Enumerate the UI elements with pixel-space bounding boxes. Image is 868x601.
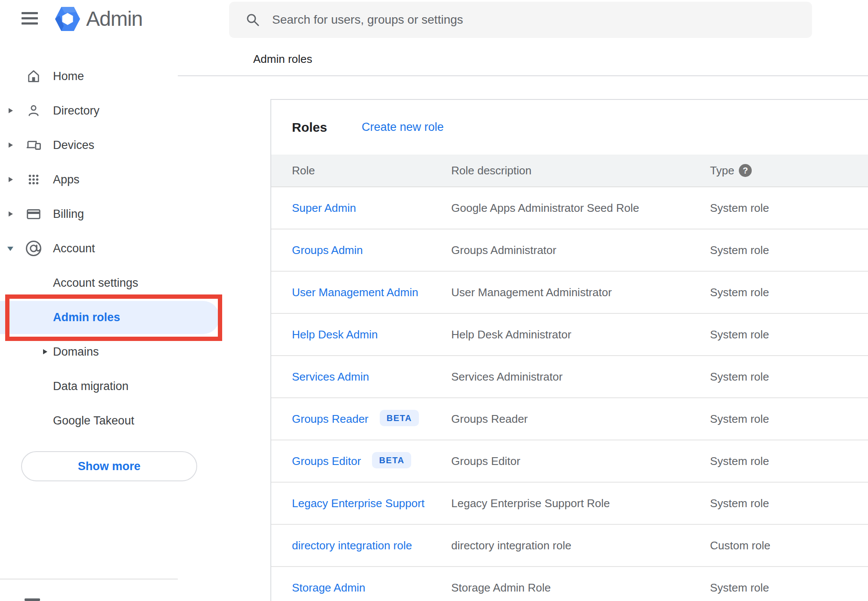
sidebar-item-label: Account settings	[53, 266, 138, 300]
role-cell: Help Desk Admin	[292, 314, 378, 355]
role-description-cell: User Management Administrator	[451, 272, 612, 313]
role-description-cell: Google Apps Administrator Seed Role	[451, 187, 639, 229]
roles-panel-header: Roles Create new role	[271, 100, 868, 155]
role-cell: User Management Admin	[292, 272, 418, 313]
role-cell: Super Admin	[292, 187, 356, 229]
role-cell: Legacy Enterprise Support	[292, 483, 425, 524]
role-link[interactable]: Groups Admin	[292, 244, 363, 257]
role-type-cell: Custom role	[710, 525, 770, 566]
table-row: Groups EditorBETAGroups EditorSystem rol…	[271, 440, 868, 483]
panel-title: Roles	[292, 100, 327, 155]
chevron-right-icon[interactable]	[43, 349, 47, 354]
table-row: directory integration roledirectory inte…	[271, 525, 868, 567]
chevron-right-icon[interactable]	[9, 211, 13, 217]
role-type-cell: System role	[710, 483, 769, 524]
roles-panel: Roles Create new role Role Role descript…	[270, 99, 868, 601]
breadcrumb: Admin roles	[253, 53, 312, 66]
sidebar-item-label: Directory	[53, 93, 99, 128]
role-cell: Groups EditorBETA	[292, 440, 411, 482]
chevron-down-icon[interactable]	[7, 247, 13, 251]
table-row: Groups AdminGroups AdministratorSystem r…	[271, 229, 868, 272]
role-type-cell: System role	[710, 314, 769, 355]
sidebar-item-label: Home	[53, 59, 84, 93]
show-more-button[interactable]: Show more	[21, 451, 197, 481]
sidebar-item-home[interactable]: Home	[0, 59, 178, 93]
table-row: Legacy Enterprise SupportLegacy Enterpri…	[271, 483, 868, 525]
role-link[interactable]: User Management Admin	[292, 286, 418, 299]
sidebar-item-label: Account	[53, 231, 95, 266]
chevron-right-icon[interactable]	[9, 177, 13, 182]
table-header-row: Role Role description Type ?	[271, 155, 868, 187]
table-row: Help Desk AdminHelp Desk AdministratorSy…	[271, 314, 868, 356]
apps-icon	[25, 170, 43, 189]
table-row: Services AdminServices AdministratorSyst…	[271, 356, 868, 398]
table-body: Super AdminGoogle Apps Administrator See…	[271, 187, 868, 601]
search-input[interactable]	[271, 12, 799, 27]
role-link[interactable]: directory integration role	[292, 539, 412, 552]
sidebar-item-label: Admin roles	[53, 300, 120, 335]
column-header-role: Role	[292, 155, 315, 186]
role-link[interactable]: Help Desk Admin	[292, 328, 378, 341]
chevron-right-icon[interactable]	[9, 143, 13, 148]
sidebar-item-domains[interactable]: Domains	[0, 335, 178, 369]
cutoff-device-icon	[25, 598, 40, 601]
help-icon[interactable]: ?	[739, 164, 752, 177]
beta-badge: BETA	[380, 410, 419, 426]
role-link[interactable]: Groups Editor	[292, 455, 361, 468]
chevron-right-icon[interactable]	[9, 108, 13, 113]
role-link[interactable]: Storage Admin	[292, 581, 366, 594]
sidebar-item-google-takeout[interactable]: Google Takeout	[0, 403, 178, 438]
sidebar-item-label: Domains	[53, 335, 99, 369]
role-link[interactable]: Groups Reader	[292, 412, 369, 425]
role-cell: Groups ReaderBETA	[292, 398, 419, 440]
role-description-cell: Services Administrator	[451, 356, 563, 397]
table-row: Storage AdminStorage Admin RoleSystem ro…	[271, 567, 868, 601]
role-cell: Storage Admin	[292, 567, 366, 601]
sidebar-item-account[interactable]: Account	[0, 231, 178, 266]
role-description-cell: Groups Administrator	[451, 229, 556, 271]
sidebar-item-directory[interactable]: Directory	[0, 93, 178, 128]
role-type-cell: System role	[710, 567, 769, 601]
role-link[interactable]: Legacy Enterprise Support	[292, 497, 425, 510]
sidebar-item-admin-roles[interactable]: Admin roles	[0, 300, 178, 335]
role-type-cell: System role	[710, 272, 769, 313]
role-description-cell: Groups Reader	[451, 398, 528, 440]
sidebar-nav: HomeDirectoryDevicesAppsBillingAccountAc…	[0, 59, 178, 438]
role-type-cell: System role	[710, 187, 769, 229]
table-row: Groups ReaderBETAGroups ReaderSystem rol…	[271, 398, 868, 440]
at-icon	[25, 239, 43, 257]
sidebar-item-apps[interactable]: Apps	[0, 162, 178, 197]
role-description-cell: directory integration role	[451, 525, 571, 566]
role-cell: directory integration role	[292, 525, 412, 566]
role-link[interactable]: Super Admin	[292, 201, 356, 214]
role-description-cell: Groups Editor	[451, 440, 520, 482]
role-type-cell: System role	[710, 398, 769, 440]
column-header-description: Role description	[451, 155, 531, 186]
role-type-cell: System role	[710, 440, 769, 482]
sidebar-item-label: Google Takeout	[53, 403, 134, 438]
sidebar-item-label: Billing	[53, 197, 84, 231]
search-icon	[245, 12, 260, 27]
sidebar-item-devices[interactable]: Devices	[0, 128, 178, 162]
app-title: Admin	[86, 8, 143, 30]
sidebar-divider	[0, 579, 178, 579]
devices-icon	[25, 136, 43, 154]
sidebar-item-data-migration[interactable]: Data migration	[0, 369, 178, 403]
card-icon	[25, 205, 43, 223]
sidebar: Admin HomeDirectoryDevicesAppsBillingAcc…	[0, 0, 178, 601]
search-bar[interactable]	[229, 2, 812, 38]
sidebar-item-account-settings[interactable]: Account settings	[0, 266, 178, 300]
table-row: User Management AdminUser Management Adm…	[271, 272, 868, 314]
role-link[interactable]: Services Admin	[292, 370, 369, 383]
create-new-role-link[interactable]: Create new role	[362, 100, 444, 155]
role-description-cell: Legacy Enterprise Support Role	[451, 483, 610, 524]
role-description-cell: Help Desk Administrator	[451, 314, 571, 355]
sidebar-item-label: Data migration	[53, 369, 129, 403]
role-description-cell: Storage Admin Role	[451, 567, 551, 601]
beta-badge: BETA	[372, 452, 411, 468]
menu-icon[interactable]	[22, 12, 38, 25]
table-row: Super AdminGoogle Apps Administrator See…	[271, 187, 868, 229]
column-header-type: Type	[710, 155, 734, 186]
role-type-cell: System role	[710, 229, 769, 271]
sidebar-item-billing[interactable]: Billing	[0, 197, 178, 231]
